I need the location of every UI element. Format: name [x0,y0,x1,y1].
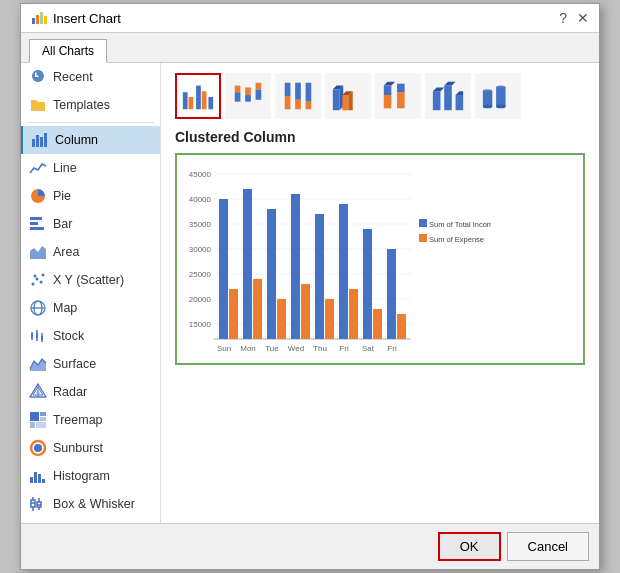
svg-rect-42 [42,479,45,483]
svg-marker-94 [444,82,455,86]
insert-chart-dialog: Insert Chart ? ✕ All Charts Recent [20,3,600,570]
chart-type-3d-clustered[interactable] [325,73,371,119]
map-icon [29,299,47,317]
sidebar-item-templates[interactable]: Templates [21,91,160,119]
sidebar-item-surface[interactable]: Surface [21,350,160,378]
sidebar-item-bar-label: Bar [53,217,72,231]
svg-rect-74 [285,83,291,96]
sunburst-icon [29,439,47,457]
svg-rect-83 [342,95,349,110]
chart-type-100-stacked[interactable] [275,73,321,119]
svg-rect-130 [363,229,372,339]
svg-text:Wed: Wed [288,344,304,353]
chart-type-3d-column[interactable] [425,73,471,119]
svg-rect-129 [349,289,358,339]
svg-rect-1 [36,15,39,24]
close-button[interactable]: ✕ [577,10,589,26]
svg-rect-91 [433,91,441,110]
svg-rect-3 [44,16,47,24]
sidebar-item-xy-scatter[interactable]: X Y (Scatter) [21,266,160,294]
sidebar-item-bar[interactable]: Bar [21,210,160,238]
treemap-icon [29,411,47,429]
chart-type-clustered-column[interactable] [175,73,221,119]
svg-point-12 [32,283,35,286]
ok-button[interactable]: OK [438,532,501,561]
sidebar-item-pie-label: Pie [53,189,71,203]
svg-rect-72 [256,89,262,99]
sidebar-item-stock[interactable]: Stock [21,322,160,350]
svg-point-99 [483,105,492,109]
svg-rect-73 [256,83,262,90]
sidebar-item-treemap[interactable]: Treemap [21,406,160,434]
chart-type-cylinder[interactable] [475,73,521,119]
chart-preview-container: 45000 40000 35000 30000 25000 20000 1500… [175,153,585,365]
sidebar-item-xy-scatter-label: X Y (Scatter) [53,273,124,287]
area-icon [29,243,47,261]
svg-text:35000: 35000 [189,220,212,229]
sidebar-item-column-label: Column [55,133,98,147]
sidebar-item-radar[interactable]: Radar [21,378,160,406]
sidebar-item-area-label: Area [53,245,79,259]
svg-text:15000: 15000 [189,320,212,329]
svg-rect-78 [306,83,312,102]
stock-icon [29,327,47,345]
sidebar-item-pie[interactable]: Pie [21,182,160,210]
svg-point-102 [496,105,505,109]
svg-text:30000: 30000 [189,245,212,254]
svg-point-15 [34,275,37,278]
svg-rect-7 [44,133,47,147]
svg-rect-98 [483,91,492,106]
svg-rect-69 [235,86,241,93]
title-actions: ? ✕ [559,10,589,26]
dialog-title: Insert Chart [53,11,121,26]
footer: OK Cancel [21,523,599,569]
sidebar-item-column[interactable]: Column [21,126,160,154]
svg-rect-67 [208,97,213,109]
svg-rect-122 [267,209,276,339]
sidebar-item-box-whisker[interactable]: Box & Whisker [21,490,160,518]
svg-rect-36 [36,422,46,428]
svg-rect-63 [183,92,188,109]
sidebar-item-map[interactable]: Map [21,294,160,322]
chart-type-3d-stacked[interactable] [375,73,421,119]
chart-type-stacked-column[interactable] [225,73,271,119]
sidebar-item-line[interactable]: Line [21,154,160,182]
cancel-button[interactable]: Cancel [507,532,589,561]
svg-rect-123 [277,299,286,339]
svg-rect-90 [397,84,405,93]
svg-rect-144 [419,234,427,242]
svg-rect-89 [397,92,405,108]
svg-point-16 [42,274,45,277]
svg-rect-71 [245,87,251,95]
sidebar-item-waterfall[interactable]: Waterfall [21,518,160,523]
svg-rect-120 [243,189,252,339]
content-area: Recent Templates Column [21,63,599,523]
svg-marker-11 [30,246,46,259]
svg-rect-128 [339,204,348,339]
sidebar-item-histogram[interactable]: Histogram [21,462,160,490]
sidebar-item-templates-label: Templates [53,98,110,112]
sidebar-item-stock-label: Stock [53,329,84,343]
svg-rect-93 [444,86,452,111]
svg-rect-132 [387,249,396,339]
sidebar-separator [27,122,154,123]
svg-rect-127 [325,299,334,339]
all-charts-tab[interactable]: All Charts [29,39,107,63]
svg-rect-95 [456,95,464,110]
svg-rect-64 [189,97,194,109]
sidebar-item-recent[interactable]: Recent [21,63,160,91]
svg-rect-2 [40,12,43,24]
svg-rect-75 [285,96,291,109]
sidebar-item-sunburst-label: Sunburst [53,441,103,455]
bar-icon [29,215,47,233]
help-button[interactable]: ? [559,10,567,26]
svg-rect-39 [30,477,33,483]
sidebar-item-area[interactable]: Area [21,238,160,266]
svg-text:Tue: Tue [265,344,279,353]
title-bar-left: Insert Chart [31,10,121,26]
sidebar-item-sunburst[interactable]: Sunburst [21,434,160,462]
svg-rect-33 [40,412,46,416]
sidebar-item-radar-label: Radar [53,385,87,399]
svg-point-13 [36,278,39,281]
svg-point-14 [40,281,43,284]
